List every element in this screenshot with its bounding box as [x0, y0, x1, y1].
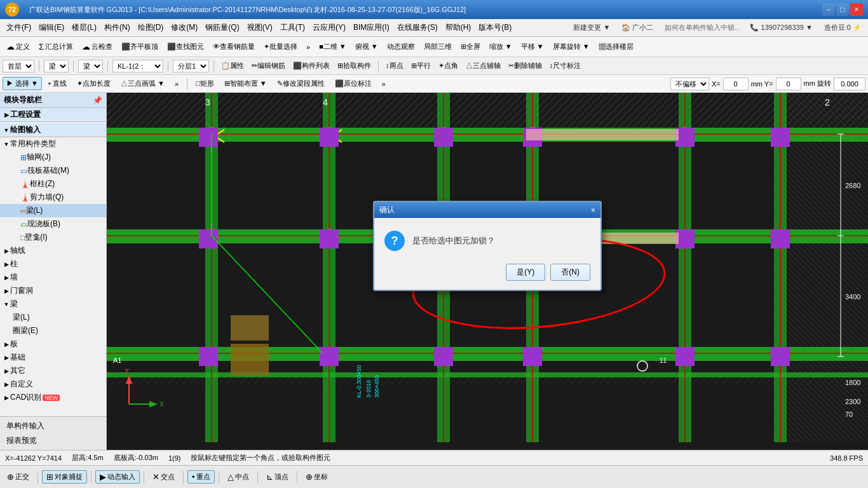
arc-btn[interactable]: △三点画弧 ▼: [117, 77, 168, 90]
menu-draw[interactable]: 绘图(D): [134, 21, 168, 34]
2d-btn[interactable]: ■二维 ▼: [315, 40, 350, 53]
delete-axis-btn[interactable]: ✂删除辅轴: [506, 60, 545, 71]
pick-component-btn[interactable]: ⊞拾取构件: [335, 60, 374, 71]
gxe-btn[interactable]: 🏠 广小二: [618, 22, 657, 34]
snap-dynamic[interactable]: ▶ 动态输入: [95, 470, 140, 484]
menu-component[interactable]: 构件(N): [100, 21, 134, 34]
tree-cast-slab[interactable]: ▭ 现浇板(B): [0, 217, 106, 231]
menu-help[interactable]: 帮助(H): [442, 21, 475, 34]
y-input[interactable]: [776, 78, 801, 90]
section-drawing-input[interactable]: ▼ 绘图输入: [0, 123, 106, 137]
fullscreen-btn[interactable]: ⊞全屏: [457, 40, 484, 53]
tree-beam-l[interactable]: 梁(L): [0, 311, 106, 324]
maximize-button[interactable]: □: [836, 3, 849, 16]
layer-select[interactable]: 分层1: [173, 60, 209, 72]
component-list-btn[interactable]: ⬛构件列表: [290, 60, 332, 71]
tree-other-section[interactable]: ▶ 其它: [0, 364, 106, 377]
x-input[interactable]: [723, 78, 749, 90]
tree-foundation-section[interactable]: ▶ 基础: [0, 351, 106, 364]
single-component-btn[interactable]: 单构件输入: [4, 419, 102, 433]
tree-axis-grid[interactable]: ⊞ 轴网(J): [0, 151, 106, 164]
canvas-area[interactable]: 3 4 2 2680 3400 1800 2300 70 A1 11 KL-0.…: [107, 93, 868, 450]
report-preview-btn[interactable]: 报表预览: [4, 433, 102, 448]
price-btn[interactable]: 造价豆:0 ⚡: [820, 22, 865, 34]
snap-coord[interactable]: ⊕ 坐标: [301, 470, 332, 484]
element-type-select[interactable]: 梁: [44, 60, 69, 72]
tree-niche[interactable]: □ 壁龛(I): [0, 231, 106, 244]
tree-mat-foundation[interactable]: ▭ 筏板基础(M): [0, 164, 106, 177]
tree-wall-section[interactable]: ▶ 墙: [0, 271, 106, 284]
menu-tools[interactable]: 工具(T): [276, 21, 309, 34]
tree-beam-section[interactable]: ▼ 梁: [0, 297, 106, 311]
kl-select[interactable]: KL-1(2：: [112, 60, 163, 72]
dialog-close-icon[interactable]: ×: [591, 206, 595, 215]
smart-layout-btn[interactable]: ⊞智能布置 ▼: [220, 77, 271, 90]
define-btn[interactable]: ☁定义: [3, 40, 34, 53]
snap-vertex[interactable]: ⊾ 顶点: [262, 470, 293, 484]
tree-beam[interactable]: ═ 梁(L): [0, 204, 106, 217]
batch-select-btn[interactable]: ✦批量选择: [260, 40, 301, 53]
cloud-check-btn[interactable]: ☁云检查: [78, 40, 116, 53]
point-length-btn[interactable]: ✦点加长度: [73, 77, 114, 90]
tree-column-section[interactable]: ▶ 柱: [0, 257, 106, 271]
menu-view[interactable]: 视图(V): [243, 21, 276, 34]
menu-version[interactable]: 版本号(B): [475, 21, 515, 34]
zoom-btn[interactable]: 缩放 ▼: [485, 40, 516, 53]
offset-select[interactable]: 不偏移: [670, 78, 709, 90]
view-rebar-btn[interactable]: 👁查看钢筋量: [209, 40, 259, 53]
edit-rebar-btn[interactable]: ✏编辑钢筋: [249, 60, 288, 71]
element-select[interactable]: 梁: [78, 60, 103, 72]
dynamic-view-btn[interactable]: 动态观察: [383, 40, 419, 53]
two-point-btn[interactable]: ↕两点: [383, 60, 406, 71]
menu-edit[interactable]: 编辑(E): [35, 21, 68, 34]
pan-btn[interactable]: 平移 ▼: [517, 40, 548, 53]
rotate-input[interactable]: [834, 78, 865, 90]
tree-frame-col[interactable]: 🗼 框柱(Z): [0, 177, 106, 191]
parallel-btn[interactable]: ⊞平行: [409, 60, 433, 71]
top-view-btn[interactable]: 俯视 ▼: [351, 40, 382, 53]
select-floor-btn[interactable]: ▦选择楼层: [595, 40, 637, 53]
snap-intersection[interactable]: ✕ 交点: [148, 470, 179, 484]
find-element-btn[interactable]: ⬛查找图元: [163, 40, 208, 53]
tree-ring-beam[interactable]: 圈梁(E): [0, 324, 106, 337]
section-project-settings[interactable]: ▶ 工程设置: [0, 108, 106, 122]
rect-btn[interactable]: □矩形: [192, 77, 218, 90]
property-btn[interactable]: 📋属性: [219, 60, 247, 71]
tree-axis-section[interactable]: ▶ 轴线: [0, 244, 106, 257]
more-btn1[interactable]: »: [302, 41, 314, 53]
tree-shear-wall[interactable]: 🗼 剪力墙(Q): [0, 191, 106, 204]
snap-ortho[interactable]: ⊕ 正交: [3, 470, 34, 484]
menu-bim[interactable]: BIM应用(I): [349, 21, 393, 34]
tree-opening-section[interactable]: ▶ 门窗洞: [0, 284, 106, 297]
menu-modify[interactable]: 修改(M): [167, 21, 201, 34]
total-calc-btn[interactable]: Σ汇总计算: [35, 40, 77, 53]
in-situ-label-btn[interactable]: ⬛原位标注: [331, 77, 376, 90]
phone-btn[interactable]: 📞 13907298339 ▼: [746, 22, 816, 33]
select-btn[interactable]: ▶ 选择 ▼: [3, 77, 42, 90]
title-controls[interactable]: － □ ×: [822, 3, 863, 16]
align-slab-btn[interactable]: ⬛齐平板顶: [118, 40, 162, 53]
tree-cad-section[interactable]: ▶ CAD识别 NEW: [0, 391, 106, 404]
more-btn3[interactable]: »: [378, 78, 390, 90]
snap-center[interactable]: △ 中点: [223, 470, 254, 484]
tree-slab-section[interactable]: ▶ 板: [0, 337, 106, 351]
snap-object[interactable]: ⊞ 对象捕捉: [42, 470, 87, 484]
snap-midpoint[interactable]: • 重点: [187, 470, 215, 484]
dimension-btn[interactable]: ↕尺寸标注: [547, 60, 584, 71]
menu-online[interactable]: 在线服务(S): [393, 21, 442, 34]
three-point-axis-btn[interactable]: △三点辅轴: [463, 60, 503, 71]
menu-file[interactable]: 文件(F): [3, 21, 35, 34]
minimize-button[interactable]: －: [822, 3, 835, 16]
line-btn[interactable]: • 直线: [44, 77, 71, 90]
floor-select[interactable]: 首层: [3, 60, 34, 72]
partial-3d-btn[interactable]: 局部三维: [420, 40, 456, 53]
modify-beam-btn[interactable]: ✎修改梁段属性: [273, 77, 329, 90]
new-change-btn[interactable]: 新建变更 ▼: [569, 22, 614, 34]
menu-cloud[interactable]: 云应用(Y): [309, 21, 349, 34]
more-btn2[interactable]: »: [171, 78, 182, 90]
close-button[interactable]: ×: [850, 3, 863, 16]
dialog-yes-button[interactable]: 是(Y): [506, 264, 545, 281]
sidebar-pin[interactable]: 📌: [93, 96, 102, 105]
menu-rebar-qty[interactable]: 钢筋量(Q): [201, 21, 243, 34]
tree-custom-section[interactable]: ▶ 自定义: [0, 377, 106, 391]
